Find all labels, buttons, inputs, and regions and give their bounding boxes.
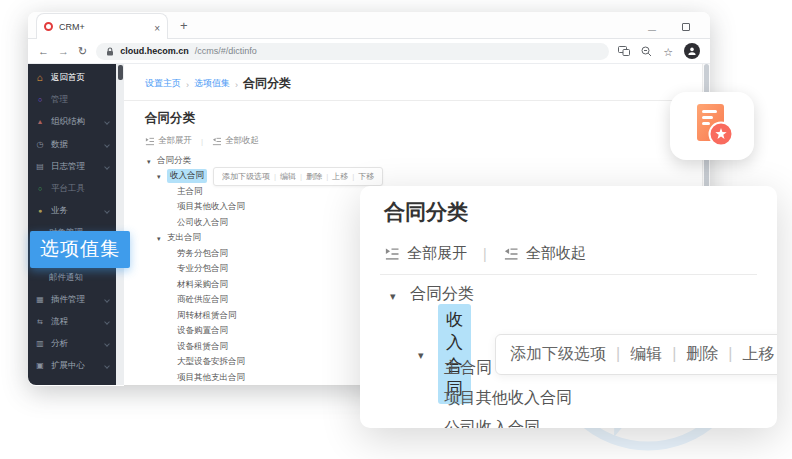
move-up-button[interactable]: 上移 bbox=[332, 171, 358, 182]
business-icon bbox=[35, 207, 45, 215]
back-icon[interactable] bbox=[38, 46, 49, 57]
address-bar-icons bbox=[618, 42, 700, 60]
toolbar-divider bbox=[467, 245, 503, 262]
reload-icon[interactable] bbox=[78, 46, 87, 57]
extension-icon bbox=[35, 362, 45, 370]
tree-node-label: 支出合同 bbox=[167, 232, 201, 244]
tree-node-label: 项目其他收入合同 bbox=[177, 201, 245, 213]
toolbar-divider bbox=[192, 136, 212, 146]
delete-button[interactable]: 删除 bbox=[686, 344, 742, 365]
devices-icon[interactable] bbox=[618, 46, 630, 56]
magnified-panel: 合同分类 全部展开 全部收起 合同分类 收入合同 添加下级选项 编辑 删除 上移… bbox=[360, 186, 777, 428]
caret-down-icon[interactable] bbox=[157, 233, 167, 243]
sidebar-item-extension-center[interactable]: 扩展中心 bbox=[28, 356, 116, 376]
sidebar-item-label: 业务 bbox=[51, 205, 68, 217]
tree-node-label: 主合同 bbox=[444, 358, 492, 379]
sidebar-item-data[interactable]: 数据 bbox=[28, 135, 116, 155]
ring-icon-purple bbox=[35, 96, 45, 104]
tree-node-label: 材料采购合同 bbox=[177, 279, 228, 291]
sidebar-item-mail-notify[interactable]: 邮件通知 bbox=[28, 268, 116, 288]
sidebar-item-platform-tools[interactable]: 平台工具 bbox=[28, 179, 116, 199]
sidebar-item-label: 插件管理 bbox=[51, 294, 85, 306]
breadcrumb: 设置主页 选项值集 合同分类 bbox=[145, 64, 710, 92]
zoom-icon[interactable] bbox=[641, 46, 652, 57]
sidebar-item-label: 管理 bbox=[51, 94, 68, 106]
collapse-all-label: 全部收起 bbox=[225, 135, 259, 147]
overlay-tree-toolbar: 全部展开 全部收起 bbox=[384, 244, 586, 263]
sidebar-item-manage[interactable]: 管理 bbox=[28, 90, 116, 110]
bookmark-star-icon[interactable] bbox=[663, 42, 673, 60]
log-icon bbox=[35, 163, 45, 171]
profile-avatar[interactable] bbox=[684, 43, 700, 59]
collapse-all-icon bbox=[212, 137, 221, 146]
breadcrumb-link-settings-home[interactable]: 设置主页 bbox=[145, 77, 181, 90]
tree-node-label: 主合同 bbox=[177, 186, 203, 198]
expand-all-button[interactable]: 全部展开 bbox=[145, 135, 192, 147]
caret-down-icon[interactable] bbox=[147, 156, 157, 166]
url-field[interactable]: cloud.hecom.cn/ccms/#/dictinfo bbox=[96, 43, 609, 60]
chevron-down-icon bbox=[104, 341, 110, 347]
collapse-all-label: 全部收起 bbox=[526, 244, 586, 263]
scrollbar-thumb[interactable] bbox=[118, 65, 123, 80]
url-path: /ccms/#/dictinfo bbox=[195, 46, 257, 56]
caret-down-icon[interactable] bbox=[418, 345, 438, 363]
clock-icon bbox=[35, 141, 45, 149]
plugin-icon bbox=[35, 296, 45, 304]
expand-all-label: 全部展开 bbox=[158, 135, 192, 147]
org-structure-icon bbox=[35, 118, 45, 126]
maximize-icon[interactable] bbox=[682, 23, 690, 31]
sidebar-item-label: 数据 bbox=[51, 139, 68, 151]
tree-node[interactable]: 项目其他收入合同 bbox=[444, 388, 572, 409]
expand-all-icon bbox=[384, 247, 399, 261]
analysis-icon bbox=[35, 340, 45, 348]
sidebar-item-flow[interactable]: 流程 bbox=[28, 312, 116, 332]
expand-all-button[interactable]: 全部展开 bbox=[384, 244, 467, 263]
edit-button[interactable]: 编辑 bbox=[630, 344, 686, 365]
caret-down-icon[interactable] bbox=[390, 286, 410, 304]
sidebar-item-business[interactable]: 业务 bbox=[28, 201, 116, 221]
sidebar-item-plugins[interactable]: 插件管理 bbox=[28, 290, 116, 310]
minimize-icon[interactable] bbox=[648, 18, 656, 36]
sidebar-item-logs[interactable]: 日志管理 bbox=[28, 157, 116, 177]
tree-toolbar: 全部展开 全部收起 bbox=[145, 135, 710, 147]
sidebar-item-label: 分析 bbox=[51, 338, 68, 350]
sidebar-item-label: 返回首页 bbox=[51, 72, 85, 84]
breadcrumb-link-option-value-set[interactable]: 选项值集 bbox=[194, 77, 230, 90]
add-child-option-button[interactable]: 添加下级选项 bbox=[510, 344, 630, 365]
close-tab-icon[interactable] bbox=[154, 18, 160, 36]
new-tab-button[interactable] bbox=[180, 16, 188, 34]
chevron-down-icon bbox=[104, 297, 110, 303]
divider bbox=[380, 274, 757, 275]
tree-node[interactable]: 主合同 bbox=[444, 358, 492, 379]
collapse-all-button[interactable]: 全部收起 bbox=[212, 135, 259, 147]
collapse-all-icon bbox=[503, 247, 518, 261]
tree-node-label: 大型设备安拆合同 bbox=[177, 356, 245, 368]
tree-node-label: 周转材租赁合同 bbox=[177, 310, 237, 322]
caret-down-icon[interactable] bbox=[157, 171, 167, 181]
chevron-down-icon bbox=[104, 120, 110, 126]
delete-button[interactable]: 删除 bbox=[306, 171, 332, 182]
collapse-all-button[interactable]: 全部收起 bbox=[503, 244, 586, 263]
forward-icon[interactable] bbox=[58, 46, 69, 57]
sidebar-item-label: 平台工具 bbox=[51, 183, 85, 195]
document-star-badge bbox=[670, 92, 754, 160]
add-child-option-button[interactable]: 添加下级选项 bbox=[222, 171, 280, 182]
address-bar: cloud.hecom.cn/ccms/#/dictinfo bbox=[28, 39, 710, 64]
url-domain: cloud.hecom.cn bbox=[120, 46, 189, 56]
tree-node-selected[interactable]: 收入合同 添加下级选项 编辑 删除 上移 下移 bbox=[145, 169, 710, 185]
breadcrumb-separator bbox=[235, 74, 238, 92]
move-up-button[interactable]: 上移 bbox=[742, 344, 777, 365]
sidebar-scrollbar[interactable] bbox=[116, 64, 124, 385]
person-icon bbox=[687, 46, 697, 56]
tree-node[interactable]: 合同分类 bbox=[390, 284, 474, 305]
flow-icon bbox=[35, 318, 45, 326]
chevron-down-icon bbox=[104, 164, 110, 170]
move-down-button[interactable]: 下移 bbox=[358, 171, 374, 182]
browser-tab[interactable]: CRM+ bbox=[36, 13, 168, 39]
sidebar-item-home[interactable]: 返回首页 bbox=[28, 68, 116, 88]
sidebar-item-analysis[interactable]: 分析 bbox=[28, 334, 116, 354]
sidebar: 返回首页 管理 组织结构 数据 日志管理 平台工具 业务 对象管理 选项值集 邮… bbox=[28, 64, 116, 385]
sidebar-item-org-structure[interactable]: 组织结构 bbox=[28, 112, 116, 132]
edit-button[interactable]: 编辑 bbox=[280, 171, 306, 182]
tree-node[interactable]: 公司收入合同 bbox=[444, 418, 540, 428]
